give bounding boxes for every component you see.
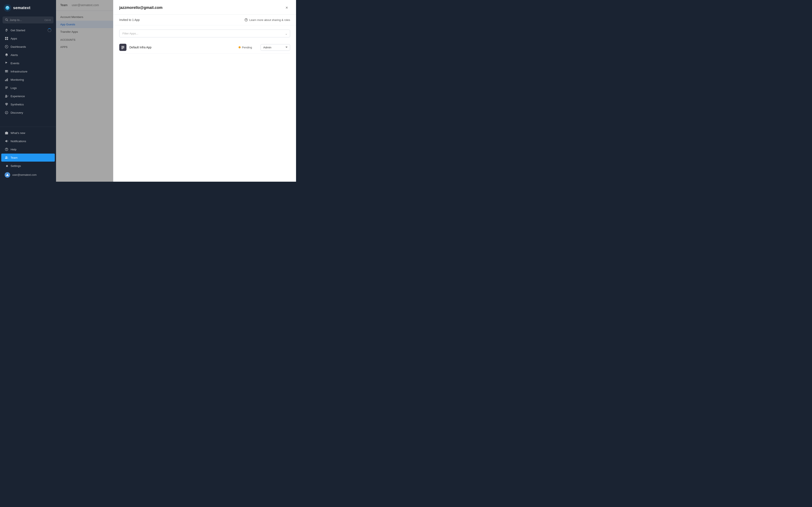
sidebar-item-label: Experience — [11, 95, 25, 98]
svg-rect-15 — [5, 80, 6, 81]
pending-dot — [239, 46, 241, 48]
app-name: Default Infra App — [130, 46, 236, 49]
sematext-logo-icon — [3, 4, 11, 12]
sidebar-item-events[interactable]: Events — [1, 59, 55, 67]
modal-title: jazzmorello@gmail.com — [119, 5, 163, 10]
dashboard-icon — [5, 45, 8, 49]
modal-header: jazzmorello@gmail.com × — [113, 0, 296, 14]
sidebar-item-team[interactable]: Team — [1, 154, 55, 162]
svg-rect-31 — [121, 47, 124, 47]
search-icon — [5, 18, 8, 22]
sidebar: sematext Jump to... Ctrl+K Get Started A… — [0, 0, 56, 182]
sidebar-item-monitoring[interactable]: Monitoring — [1, 76, 55, 83]
filter-apps-wrap: ⌄ — [119, 30, 290, 38]
sidebar-item-help[interactable]: Help — [1, 145, 55, 153]
sidebar-item-notifications[interactable]: Notifications — [1, 137, 55, 145]
svg-line-4 — [7, 20, 8, 21]
sidebar-item-experience[interactable]: Experience — [1, 92, 55, 100]
gear-icon — [5, 164, 8, 168]
sidebar-item-label: Team — [11, 156, 17, 159]
svg-point-10 — [6, 47, 7, 47]
bell-icon — [5, 53, 8, 57]
sidebar-item-apps[interactable]: Apps — [1, 35, 55, 43]
svg-rect-19 — [5, 88, 8, 88]
sidebar-user[interactable]: user@sematext.com — [1, 170, 55, 180]
experience-icon — [5, 94, 8, 98]
svg-rect-30 — [121, 46, 124, 47]
modal: jazzmorello@gmail.com × Invited to 1 App… — [113, 0, 296, 182]
help-circle-icon — [244, 18, 248, 22]
rocket-icon — [5, 28, 8, 32]
sidebar-item-infrastructure[interactable]: Infrastructure — [1, 67, 55, 75]
main-content: Team user@sematext.com Account Members A… — [56, 0, 296, 182]
sidebar-item-label: Dashboards — [11, 45, 26, 48]
sidebar-item-logs[interactable]: Logs — [1, 84, 55, 92]
sidebar-item-label: Monitoring — [11, 78, 24, 81]
svg-point-26 — [6, 150, 7, 151]
search-bar[interactable]: Jump to... Ctrl+K — [3, 16, 53, 23]
sidebar-item-label: Notifications — [11, 139, 26, 143]
svg-rect-20 — [5, 88, 7, 89]
svg-rect-17 — [7, 78, 8, 81]
sidebar-item-discovery[interactable]: Discovery — [1, 109, 55, 117]
svg-point-14 — [7, 72, 8, 72]
synthetics-icon — [5, 103, 8, 106]
svg-point-2 — [7, 7, 8, 8]
users-icon — [5, 156, 8, 160]
svg-rect-33 — [121, 49, 123, 49]
sidebar-bottom: What's new Notifications Help Team — [0, 127, 56, 182]
svg-rect-5 — [5, 37, 6, 38]
sidebar-item-label: Apps — [11, 37, 17, 40]
compass-icon — [5, 111, 8, 114]
svg-rect-8 — [7, 39, 8, 40]
svg-point-27 — [7, 174, 8, 175]
sidebar-item-label: Events — [11, 62, 19, 65]
svg-point-29 — [246, 20, 246, 21]
logo: sematext — [0, 0, 56, 16]
bar-chart-icon — [5, 78, 8, 81]
sidebar-item-label: Settings — [11, 164, 21, 168]
sidebar-item-get-started[interactable]: Get Started — [1, 26, 55, 34]
sidebar-item-whats-new[interactable]: What's new — [1, 129, 55, 137]
sidebar-item-dashboards[interactable]: Dashboards — [1, 43, 55, 51]
sidebar-item-synthetics[interactable]: Synthetics — [1, 100, 55, 108]
sidebar-item-label: Get Started — [11, 29, 25, 32]
sidebar-item-label: What's new — [11, 131, 25, 134]
sidebar-item-label: Infrastructure — [11, 70, 28, 73]
user-email: user@sematext.com — [12, 173, 37, 176]
svg-rect-18 — [5, 87, 8, 87]
app-row: Default Infra App Pending Admin User Bil… — [119, 41, 290, 54]
status-badge: Pending — [239, 46, 258, 49]
logs-icon — [5, 86, 8, 90]
megaphone-icon — [5, 139, 8, 143]
learn-more-link[interactable]: Learn more about sharing & roles — [244, 18, 290, 22]
role-select[interactable]: Admin User Billing Admin Read-only User — [260, 44, 290, 51]
close-button[interactable]: × — [283, 4, 290, 11]
status-text: Pending — [242, 46, 252, 49]
user-avatar — [5, 172, 10, 178]
server-icon — [5, 69, 8, 73]
svg-point-21 — [5, 95, 7, 96]
svg-rect-6 — [7, 37, 8, 38]
svg-rect-16 — [6, 79, 7, 81]
sidebar-item-label: Synthetics — [11, 103, 24, 106]
logo-text: sematext — [13, 6, 31, 10]
sidebar-item-alerts[interactable]: Alerts — [1, 51, 55, 59]
svg-point-13 — [7, 70, 8, 71]
filter-apps-input[interactable] — [119, 30, 290, 38]
gift-icon — [5, 131, 8, 135]
svg-rect-32 — [121, 48, 124, 48]
learn-more-text: Learn more about sharing & roles — [249, 18, 290, 21]
sidebar-item-label: Logs — [11, 87, 17, 90]
app-icon — [119, 44, 126, 51]
sidebar-navigation: Get Started Apps Dashboards Alerts — [0, 25, 56, 127]
sidebar-item-label: Discovery — [11, 111, 23, 114]
sidebar-item-label: Help — [11, 148, 16, 151]
grid-icon — [5, 37, 8, 40]
loading-spinner — [48, 28, 51, 32]
modal-subheader: Invited to 1 App Learn more about sharin… — [113, 14, 296, 25]
modal-body: ⌄ Default Infra App Pending Admin User B… — [113, 25, 296, 182]
search-placeholder: Jump to... — [10, 18, 43, 21]
sidebar-item-settings[interactable]: Settings — [1, 162, 55, 170]
question-circle-icon — [5, 148, 8, 151]
